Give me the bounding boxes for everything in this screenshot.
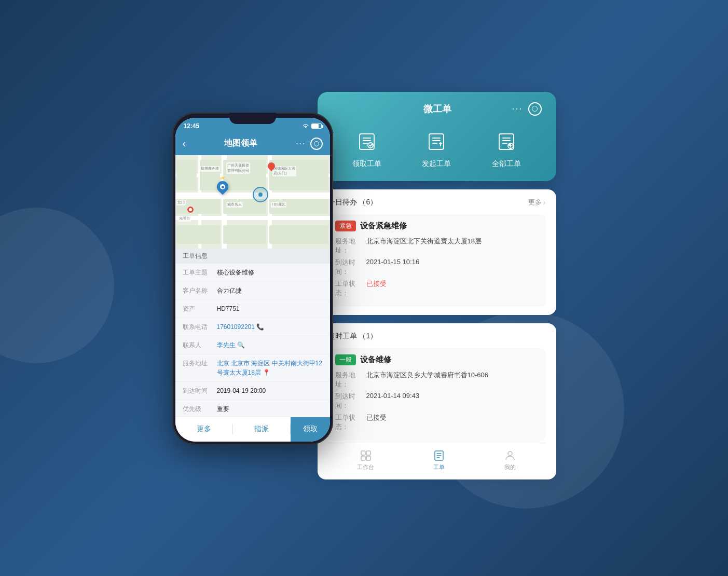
phone-info: 工单信息 工单主题 核心设备维修 客户名称 合力亿捷 资产 HD7751 联	[175, 249, 330, 417]
today-card-header: 今日待办 （6） 更多 ›	[328, 198, 546, 207]
workbench-svg	[360, 450, 372, 461]
phone-header: ‹ 地图领单 ···	[175, 132, 330, 155]
status-icons	[302, 124, 322, 129]
info-row-phone: 联系电话 17601092201 📞	[175, 318, 330, 336]
header-dots[interactable]: ···	[296, 139, 306, 148]
nav-item-profile[interactable]: 我的	[504, 449, 516, 471]
all-icon	[493, 128, 520, 155]
info-label-contact: 联系人	[183, 340, 213, 350]
overdue-wo-value-status: 已接受	[366, 413, 539, 432]
today-wo-value-time: 2021-01-15 10:16	[366, 258, 539, 277]
info-value-priority: 重要	[217, 404, 323, 414]
top-card-target[interactable]	[528, 102, 542, 116]
today-wo-value-address: 北京市海淀区北下关街道寰太大厦18层	[366, 237, 539, 255]
take-button[interactable]: 领取	[291, 417, 330, 442]
phone-header-title: 地图领单	[186, 138, 296, 149]
today-wo-title-row: 紧急 设备紧急维修	[335, 221, 539, 231]
today-more-text: 更多	[528, 198, 542, 207]
svg-rect-8	[366, 456, 370, 460]
top-card-dots[interactable]: ···	[512, 103, 523, 114]
svg-rect-6	[366, 451, 370, 455]
info-label-priority: 优先级	[183, 404, 213, 414]
top-card-title: 微工单	[363, 103, 512, 115]
send-icon	[423, 128, 450, 155]
right-panel: 微工单 ··· 领取	[318, 92, 556, 479]
menu-label-send: 发起工单	[422, 159, 451, 169]
menu-item-all[interactable]: 全部工单	[492, 128, 521, 169]
today-wo-badge: 紧急	[335, 221, 356, 231]
battery-icon	[311, 124, 322, 129]
info-label-client: 客户名称	[183, 286, 213, 295]
overdue-work-order: 一般 设备维修 服务地址： 北京市海淀区良乡大学城睿府书香10-606 到达时间…	[328, 348, 546, 441]
phone-notch	[229, 113, 276, 124]
today-wo-detail-address: 服务地址： 北京市海淀区北下关街道寰太大厦18层	[335, 237, 539, 255]
svg-point-10	[508, 451, 512, 456]
info-value-asset: HD7751	[217, 304, 323, 313]
receive-svg	[356, 131, 377, 152]
overdue-wo-label-time: 到达时间：	[335, 392, 366, 410]
map-label-2: 锦博商务港	[200, 166, 220, 172]
map-location-dot	[253, 187, 268, 202]
info-label-address: 服务地址	[183, 359, 213, 368]
receive-icon	[353, 128, 380, 155]
info-row-subject: 工单主题 核心设备维修	[175, 264, 330, 282]
info-value-contact[interactable]: 李先生 🔍	[217, 340, 323, 350]
back-button[interactable]: ‹	[183, 138, 186, 149]
today-card: 今日待办 （6） 更多 › 紧急 设备紧急维修 服务地址： 北京市海淀区北下关街…	[318, 189, 556, 315]
today-work-order: 紧急 设备紧急维修 服务地址： 北京市海淀区北下关街道寰太大厦18层 到达时间：…	[328, 214, 546, 307]
all-svg	[496, 131, 517, 152]
map-pin-red-2	[187, 207, 194, 213]
target-button[interactable]	[310, 138, 323, 150]
info-row-contact: 联系人 李先生 🔍	[175, 336, 330, 354]
info-row-client: 客户名称 合力亿捷	[175, 282, 330, 300]
top-card-menu: 领取工单 发起工单	[332, 128, 542, 169]
orders-svg	[433, 450, 445, 461]
top-card: 微工单 ··· 领取	[318, 92, 556, 181]
map-label-6: 北门	[176, 200, 186, 205]
info-row-asset: 资产 HD7751	[175, 300, 330, 318]
map-label-3: 国德国际大酒店(东门)	[272, 166, 296, 176]
overdue-card: 超时工单 （1） 一般 设备维修 服务地址： 北京市海淀区良乡大学城睿府书香10…	[318, 323, 556, 479]
menu-item-receive[interactable]: 领取工单	[352, 128, 381, 169]
map-label-1: 广州天晟投资管理有限公司	[226, 162, 250, 174]
info-value-phone[interactable]: 17601092201 📞	[217, 322, 323, 332]
overdue-wo-label-status: 工单状态：	[335, 413, 366, 432]
bottom-nav: 工作台 工单	[328, 443, 546, 471]
info-label-arrive: 到达时间	[183, 386, 213, 395]
orders-icon	[433, 449, 445, 462]
nav-item-workbench[interactable]: 工作台	[357, 449, 374, 471]
nav-label-orders: 工单	[433, 463, 445, 471]
map-label-5: I Do花艺	[271, 202, 286, 208]
overdue-wo-label-address: 服务地址：	[335, 371, 366, 389]
menu-label-receive: 领取工单	[352, 159, 381, 169]
today-wo-title: 设备紧急维修	[360, 221, 407, 231]
overdue-wo-title: 设备维修	[360, 355, 391, 365]
nav-item-orders[interactable]: 工单	[433, 449, 445, 471]
today-wo-detail-time: 到达时间： 2021-01-15 10:16	[335, 258, 539, 277]
overdue-wo-detail-status: 工单状态： 已接受	[335, 413, 539, 432]
top-card-header: 微工单 ···	[332, 102, 542, 116]
today-wo-label-address: 服务地址：	[335, 237, 366, 255]
phone-map: 广州天晟投资管理有限公司 锦博商务港 国德国际大酒店(东门) 城市名人 I Do…	[175, 155, 330, 249]
overdue-card-title: 超时工单 （1）	[328, 332, 378, 341]
info-row-arrive: 到达时间 2019-04-19 20:00	[175, 382, 330, 400]
overdue-wo-value-address: 北京市海淀区良乡大学城睿府书香10-606	[366, 371, 539, 389]
today-wo-label-time: 到达时间：	[335, 258, 366, 277]
svg-rect-2	[429, 134, 444, 149]
info-row-address: 服务地址 北京 北京市 海淀区 中关村南大街甲12号寰太大厦18层 📍	[175, 354, 330, 382]
menu-item-send[interactable]: 发起工单	[422, 128, 451, 169]
status-time: 12:45	[184, 122, 200, 130]
assign-button[interactable]: 指派	[233, 424, 290, 434]
today-wo-value-status: 已接受	[366, 279, 539, 298]
send-svg	[426, 131, 447, 152]
more-button[interactable]: 更多	[175, 424, 232, 434]
today-wo-detail-status: 工单状态： 已接受	[335, 279, 539, 298]
info-value-address[interactable]: 北京 北京市 海淀区 中关村南大街甲12号寰太大厦18层 📍	[217, 359, 323, 377]
today-more-button[interactable]: 更多 ›	[528, 198, 545, 207]
info-label-subject: 工单主题	[183, 268, 213, 277]
workbench-icon	[360, 449, 372, 462]
info-value-arrive: 2019-04-19 20:00	[217, 386, 323, 395]
overdue-wo-title-row: 一般 设备维修	[335, 354, 539, 365]
svg-rect-7	[361, 456, 365, 460]
map-label-7: 光明台	[178, 216, 191, 222]
